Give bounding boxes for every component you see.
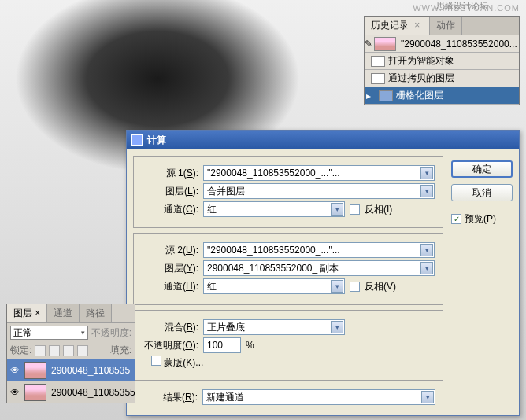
cancel-button[interactable]: 取消	[451, 184, 513, 201]
brush-icon: ✎	[365, 39, 372, 50]
opacity-label: 不透明度(O):	[142, 339, 198, 352]
visibility-icon[interactable]: 👁	[7, 387, 23, 398]
lock-transparency-icon[interactable]	[35, 345, 46, 356]
opacity-panel-label: 不透明度:	[91, 326, 132, 340]
source2-label: 源 2(U):	[142, 244, 198, 257]
source2-select[interactable]: "2900048_110853552000_..."...▾	[203, 242, 435, 258]
pointer-icon: ▸	[365, 90, 372, 101]
chevron-down-icon: ▾	[331, 280, 343, 293]
lock-brush-icon[interactable]	[49, 345, 60, 356]
chevron-down-icon: ▾	[331, 203, 343, 216]
dialog-buttons: 确定 取消 ✓ 预览(P)	[451, 156, 513, 409]
history-panel: 历史记录 × 动作 ✎ "2900048_110853552000... 打开为…	[364, 16, 520, 105]
lock-move-icon[interactable]	[63, 345, 74, 356]
tab-close-icon[interactable]: ×	[409, 17, 423, 33]
source1-layer-label: 图层(L):	[142, 185, 198, 198]
calculations-dialog: 计算 源 1(S): "2900048_110853552000_..."...…	[126, 130, 520, 416]
ok-button[interactable]: 确定	[451, 160, 513, 178]
opacity-input[interactable]: 100	[203, 337, 241, 353]
history-step-selected[interactable]: ▸ 栅格化图层	[365, 87, 519, 105]
tab-layers[interactable]: 图层 ×	[7, 304, 47, 322]
tab-history[interactable]: 历史记录 ×	[365, 17, 430, 35]
percent-label: %	[246, 340, 254, 351]
step-icon	[379, 90, 393, 101]
mask-row: 蒙版(K)...	[151, 356, 203, 370]
history-step[interactable]: 打开为智能对象	[365, 53, 519, 70]
tab-actions[interactable]: 动作	[430, 17, 462, 35]
blend-group: 混合(B): 正片叠底▾ 不透明度(O): 100 % 蒙版(K)...	[133, 310, 443, 381]
layer-row[interactable]: 👁 2900048_1108535	[7, 359, 135, 381]
history-step[interactable]: 通过拷贝的图层	[365, 70, 519, 87]
result-select[interactable]: 新建通道▾	[202, 389, 435, 405]
chevron-down-icon: ▾	[420, 244, 433, 256]
preview-checkbox[interactable]: ✓	[451, 214, 461, 224]
chevron-down-icon: ▾	[420, 167, 433, 179]
source2-invert-checkbox[interactable]	[350, 282, 360, 292]
mask-checkbox[interactable]	[151, 356, 161, 366]
layer-thumbnail	[24, 384, 46, 401]
step-icon	[371, 73, 385, 84]
tab-channels[interactable]: 通道	[47, 304, 80, 322]
source1-channel-label: 通道(C):	[142, 203, 198, 216]
blend-select[interactable]: 正片叠底▾	[203, 319, 345, 335]
layers-tabs: 图层 × 通道 路径	[7, 304, 135, 323]
source2-group: 源 2(U): "2900048_110853552000_..."...▾ 图…	[133, 233, 443, 305]
blend-mode-select[interactable]: 正常▾	[10, 326, 88, 340]
source1-channel-select[interactable]: 红▾	[203, 201, 345, 217]
dialog-icon	[132, 134, 143, 146]
source2-invert-label: 反相(V)	[365, 280, 396, 293]
forum-title: 思缘设计论坛	[436, 0, 488, 12]
lock-all-icon[interactable]	[77, 345, 88, 356]
source2-layer-label: 图层(Y):	[142, 262, 198, 275]
source1-label: 源 1(S):	[142, 167, 198, 180]
chevron-down-icon: ▾	[331, 321, 343, 333]
source2-channel-label: 通道(H):	[142, 280, 198, 293]
source2-channel-select[interactable]: 红▾	[203, 278, 345, 294]
chevron-down-icon: ▾	[421, 391, 434, 403]
layers-panel: 图层 × 通道 路径 正常▾ 不透明度: 锁定: 填充: 👁 2900048_1…	[6, 304, 135, 403]
history-tabs: 历史记录 × 动作	[365, 17, 519, 35]
history-doc-row[interactable]: ✎ "2900048_110853552000...	[365, 35, 519, 53]
blend-label: 混合(B):	[142, 321, 198, 334]
source1-invert-label: 反相(I)	[365, 203, 392, 216]
doc-thumbnail	[374, 37, 396, 51]
layer-row[interactable]: 👁 2900048_110853552000...	[7, 381, 135, 403]
chevron-down-icon: ▾	[420, 185, 433, 197]
result-label: 结果(R):	[141, 391, 198, 404]
preview-label: 预览(P)	[465, 212, 496, 226]
layer-thumbnail	[24, 362, 46, 379]
dialog-titlebar[interactable]: 计算	[127, 131, 519, 149]
source1-invert-checkbox[interactable]	[350, 204, 360, 215]
source1-layer-select[interactable]: 合并图层▾	[203, 183, 435, 199]
lock-row: 锁定: 填充:	[7, 342, 135, 359]
visibility-icon[interactable]: 👁	[7, 365, 23, 376]
tab-paths[interactable]: 路径	[80, 304, 112, 322]
dialog-title: 计算	[147, 134, 514, 147]
chevron-down-icon: ▾	[420, 262, 433, 274]
source1-group: 源 1(S): "2900048_110853552000_..."...▾ 图…	[133, 156, 443, 228]
source2-layer-select[interactable]: 2900048_110853552000_ 副本▾	[203, 260, 435, 276]
step-icon	[371, 56, 385, 67]
source1-select[interactable]: "2900048_110853552000_..."...▾	[203, 165, 435, 181]
